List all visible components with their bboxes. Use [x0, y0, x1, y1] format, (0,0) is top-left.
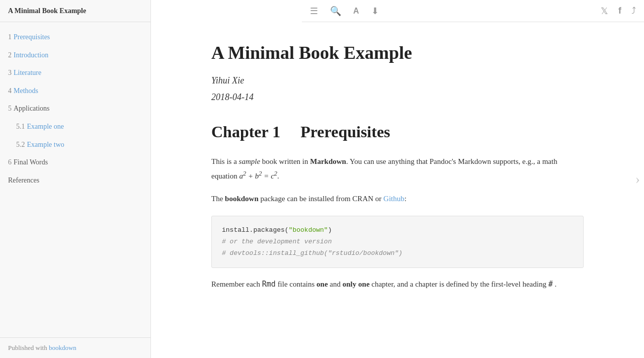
para2-mid: package can be installed from CRAN or [259, 195, 383, 203]
font-icon[interactable]: A [351, 5, 361, 18]
chapter-num: 6 [8, 158, 12, 166]
toolbar-left: ☰🔍A⬇ [308, 4, 381, 19]
code-paren-close: ) [328, 226, 332, 234]
menu-icon[interactable]: ☰ [308, 4, 320, 19]
content-wrapper: A Minimal Book Example Yihui Xie 2018-04… [181, 22, 614, 331]
para1-mid: book written in [260, 157, 310, 165]
chapter-text: Final Words [14, 158, 48, 166]
sub-num: 5.1 [16, 123, 25, 130]
right-panel: ☰🔍A⬇ 𝕏f⤴ A Minimal Book Example Yihui Xi… [151, 0, 644, 358]
facebook-icon[interactable]: f [616, 4, 623, 18]
para1-em: sample [239, 157, 261, 165]
sub-num: 5.2 [16, 141, 25, 148]
code-block: install.packages("bookdown") # or the de… [211, 216, 584, 268]
book-main-title: A Minimal Book Example [211, 42, 584, 63]
code-comment-1: # or the development version [222, 236, 573, 247]
sidebar-item-ch51[interactable]: 5.1Example one [0, 118, 150, 136]
main-content: A Minimal Book Example Yihui Xie 2018-04… [151, 22, 644, 358]
para-2: The bookdown package can be installed fr… [211, 193, 584, 206]
sidebar-item-ref[interactable]: References [0, 171, 150, 190]
para1-prefix: This is a [211, 157, 239, 165]
chapter-num: 2 [8, 51, 12, 59]
chapter-link: Introduction [14, 51, 48, 59]
nav-label: References [8, 176, 39, 184]
chapter-link: Prerequisites [14, 33, 50, 41]
book-author: Yihui Xie [211, 75, 584, 86]
code-line-1: install.packages("bookdown") [222, 224, 573, 236]
chapter-title: Chapter 1 Prerequisites [211, 123, 584, 141]
sub-link: Example one [27, 123, 64, 130]
para1-math: a2 + b2 = c2 [239, 172, 277, 180]
toolbar: ☰🔍A⬇ 𝕏f⤴ [302, 0, 644, 22]
twitter-icon[interactable]: 𝕏 [599, 4, 610, 19]
para2-end: : [405, 195, 407, 203]
para1-end: . [277, 172, 279, 180]
book-title-sidebar: A Minimal Book Example [8, 7, 86, 15]
sidebar-item-ch2[interactable]: 2Introduction [0, 46, 150, 64]
para-3: Remember each Rmd file contains one and … [211, 278, 584, 291]
sidebar-footer: Published with bookdown [0, 337, 150, 358]
sidebar-item-ch1[interactable]: 1Prerequisites [0, 28, 150, 46]
chapter-link: Methods [14, 87, 38, 95]
search-icon[interactable]: 🔍 [328, 4, 343, 19]
chapter-text: Applications [14, 105, 50, 112]
github-link[interactable]: Github [383, 195, 405, 203]
sidebar-item-ch3[interactable]: 3Literature [0, 64, 150, 82]
chapter-num: 5 [8, 105, 12, 112]
book-date: 2018-04-14 [211, 92, 584, 103]
sidebar-item-ch5[interactable]: 5Applications [0, 100, 150, 118]
code-string: "bookdown" [289, 226, 328, 234]
sidebar-item-ch6[interactable]: 6Final Words [0, 153, 150, 171]
code-install: install.packages( [222, 226, 289, 234]
code-comment-2: # devtools::install_github("rstudio/book… [222, 247, 573, 259]
para-1: This is a sample book written in Markdow… [211, 155, 584, 183]
toolbar-right: 𝕏f⤴ [599, 4, 638, 19]
chapter-label: Chapter 1 [211, 123, 280, 141]
sub-link: Example two [27, 141, 64, 148]
chapter-num: 3 [8, 69, 12, 76]
bookdown-link[interactable]: bookdown [49, 344, 76, 351]
chapter-link: Literature [14, 69, 41, 76]
chapter-num: 1 [8, 33, 12, 41]
chapter-name: Prerequisites [300, 123, 390, 141]
para2-prefix: The [211, 195, 225, 203]
sidebar: A Minimal Book Example 1Prerequisites2In… [0, 0, 151, 358]
sidebar-item-ch4[interactable]: 4Methods [0, 82, 150, 100]
sidebar-nav: 1Prerequisites2Introduction3Literature4M… [0, 22, 150, 337]
share-icon[interactable]: ⤴ [629, 4, 638, 18]
para2-strong: bookdown [225, 195, 259, 203]
next-page-arrow[interactable]: › [635, 171, 640, 187]
chapter-num: 4 [8, 87, 12, 95]
footer-text: Published with [8, 344, 49, 351]
sidebar-item-ch52[interactable]: 5.2Example two [0, 136, 150, 154]
download-icon[interactable]: ⬇ [369, 4, 381, 19]
sidebar-title: A Minimal Book Example [0, 0, 150, 22]
para1-strong: Markdown [310, 157, 346, 165]
